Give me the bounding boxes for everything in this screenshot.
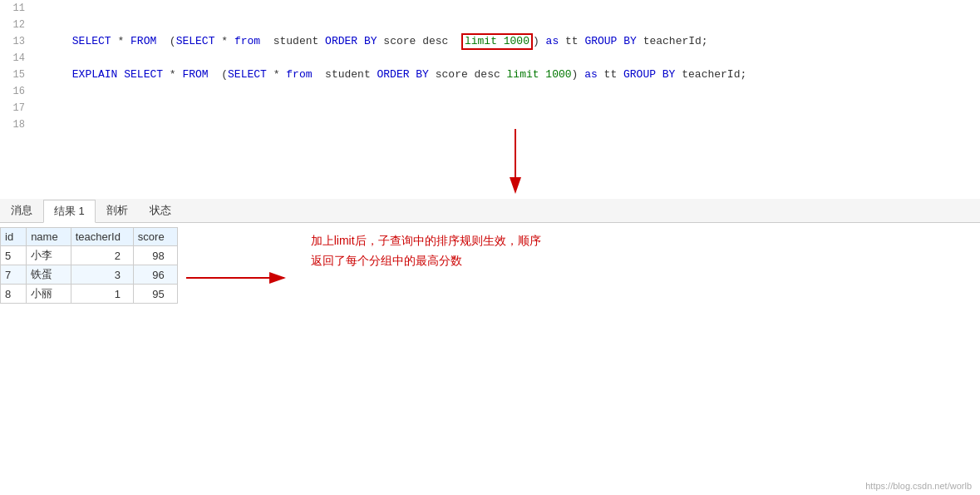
cell-name: 铁蛋 xyxy=(27,265,71,285)
right-arrow-container xyxy=(186,248,294,308)
line-number: 13 xyxy=(0,33,33,50)
right-arrow-icon xyxy=(186,265,294,290)
cell-teacherid: 2 xyxy=(71,246,133,265)
code-line-17: 17 xyxy=(0,100,980,116)
table-row: 5 小李 2 98 xyxy=(1,246,178,265)
down-arrow-icon xyxy=(499,129,532,196)
results-section: id name teacherId score 5 小李 2 98 7 铁蛋 3 xyxy=(0,223,980,308)
cell-id: 5 xyxy=(1,246,27,265)
cell-id: 8 xyxy=(1,285,27,304)
tab-result1[interactable]: 结果 1 xyxy=(43,200,96,223)
table-container: id name teacherId score 5 小李 2 98 7 铁蛋 3 xyxy=(0,223,178,308)
line-number: 15 xyxy=(0,67,33,83)
col-header-teacherid: teacherId xyxy=(71,228,133,246)
annotation-text: 加上limit后，子查询中的排序规则生效，顺序返回了每个分组中的最高分数 xyxy=(311,231,544,271)
watermark: https://blog.csdn.net/worlb xyxy=(865,481,972,491)
code-line-15: 15 EXPLAIN SELECT * FROM (SELECT * from … xyxy=(0,67,980,83)
cell-score: 96 xyxy=(133,265,177,285)
cell-score: 95 xyxy=(133,285,177,304)
line-content: EXPLAIN SELECT * FROM (SELECT * from stu… xyxy=(33,50,980,100)
tab-message[interactable]: 消息 xyxy=(0,199,43,222)
code-line-11: 11 xyxy=(0,0,980,17)
table-header-row: id name teacherId score xyxy=(1,228,178,246)
table-row: 8 小丽 1 95 xyxy=(1,285,178,304)
cell-score: 98 xyxy=(133,246,177,265)
line-number: 18 xyxy=(0,116,33,133)
line-number: 16 xyxy=(0,83,33,100)
col-header-id: id xyxy=(1,228,27,246)
cell-id: 7 xyxy=(1,265,27,285)
line-number: 14 xyxy=(0,50,33,67)
tabs-bar: 消息 结果 1 剖析 状态 xyxy=(0,199,980,223)
tab-profile[interactable]: 剖析 xyxy=(96,199,139,222)
annotation-container: 加上limit后，子查询中的排序规则生效，顺序返回了每个分组中的最高分数 xyxy=(311,231,544,308)
cell-teacherid: 3 xyxy=(71,265,133,285)
code-line-13: 13 SELECT * FROM (SELECT * from student … xyxy=(0,33,980,50)
table-row: 7 铁蛋 3 96 xyxy=(1,265,178,285)
line-number: 12 xyxy=(0,17,33,33)
cell-name: 小李 xyxy=(27,246,71,265)
cell-name: 小丽 xyxy=(27,285,71,304)
code-editor: 11 12 13 SELECT * FROM (SELECT * from st… xyxy=(0,0,980,133)
line-number: 17 xyxy=(0,100,33,116)
col-header-score: score xyxy=(133,228,177,246)
cell-teacherid: 1 xyxy=(71,285,133,304)
line-number: 11 xyxy=(0,0,33,17)
col-header-name: name xyxy=(27,228,71,246)
tab-status[interactable]: 状态 xyxy=(139,199,182,222)
results-table: id name teacherId score 5 小李 2 98 7 铁蛋 3 xyxy=(0,227,178,304)
down-arrow-container xyxy=(499,129,980,199)
